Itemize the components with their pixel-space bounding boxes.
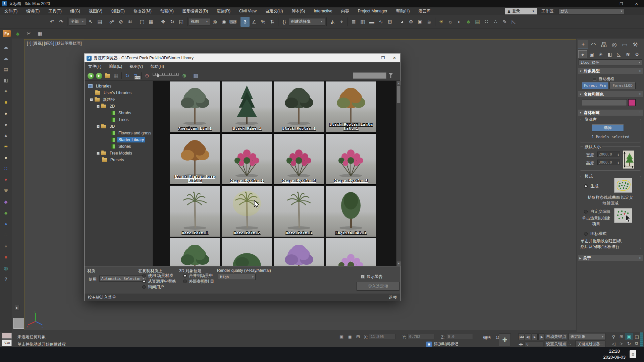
scroll-down-icon[interactable]: ▼ [397,261,401,266]
maximize-button[interactable]: ❐ [614,0,629,7]
cameras-category-icon[interactable]: ◧ [606,51,614,58]
zoom-all-icon[interactable]: ⊞ [618,333,625,340]
sign-in-button[interactable]: ♟ 登录 ▼ [505,8,537,14]
object-color-swatch[interactable] [628,99,636,106]
menu-item[interactable]: 帮助(H) [392,7,414,15]
selected-objects-dropdown[interactable]: 选定对象▼ [569,333,605,340]
select-and-scale-icon[interactable]: ◱ [177,17,186,27]
plugin-floating-button[interactable] [13,318,24,329]
auto-key-button[interactable]: 自动关键点 [545,333,567,340]
create-tab[interactable]: + [578,40,588,49]
menu-item[interactable]: 修改器(M) [129,7,156,15]
library-tree-item[interactable]: Libraries [85,83,153,89]
paint-objects-icon[interactable]: ✎ [500,17,509,27]
select-object-icon[interactable]: ↖ [86,17,95,27]
autogrid-checkbox[interactable]: 自动栅格 [593,76,614,82]
bind-to-space-warp-icon[interactable]: ≋ [125,17,135,27]
helpers-category-icon[interactable]: ◺ [615,51,623,58]
library-tree-item[interactable]: User's Libraries [85,89,153,96]
library-tree-item[interactable]: -新路径 [85,96,153,103]
cone-icon[interactable]: ▲ [2,132,10,139]
zoom-extents-icon[interactable]: ▣ [625,333,633,340]
dialog-maximize-button[interactable]: ❐ [377,54,389,62]
asset-thumbnail[interactable]: Date Palm 1 [170,186,220,237]
set-key-button[interactable]: 设置关键点 [545,341,567,347]
sunlight-icon[interactable]: ☼ [446,17,455,27]
y-coordinate-field[interactable]: 0.782 [408,334,434,339]
cloud-upload-icon[interactable]: ☁ [2,43,10,51]
menu-item[interactable]: 动画(A) [156,7,178,15]
rollout-object-type[interactable]: ▼对象类型∷ [578,68,643,74]
thumbnail-size-slider[interactable] [153,73,179,78]
scroll-up-icon[interactable]: ▲ [397,81,401,85]
axe-icon[interactable]: ⚒ [2,187,10,194]
scatter-icon[interactable]: ∷ [2,165,10,172]
key-filters-button[interactable]: 关键点过滤器... [575,341,605,347]
asset-thumbnail[interactable] [222,238,272,266]
asset-thumbnail[interactable]: Black Poplar 1 [274,81,324,132]
library-tree-item[interactable]: Shrubs [85,110,153,116]
custom-edit-mode-radio[interactable]: 自定义编辑 [584,209,610,215]
close-button[interactable]: ✕ [629,0,644,7]
asset-thumbnail[interactable] [170,238,220,266]
scrollbar-thumb[interactable] [397,86,401,103]
current-frame-field[interactable]: 0 [525,342,543,347]
select-and-rotate-icon[interactable]: ↻ [168,17,177,27]
menu-item[interactable]: 组(G) [66,7,85,15]
x-coordinate-field[interactable]: 11.805 [369,334,396,339]
duplicate-material-radio[interactable]: 使用 场景材质 [142,273,173,279]
light-library-icon[interactable]: ✦ [2,87,10,95]
menu-item[interactable]: 脚本(S) [287,7,309,15]
blue-ball-icon[interactable]: ● [2,220,10,228]
library-select-button[interactable]: 选择 [592,124,624,131]
maximize-viewport-icon[interactable]: ⧉ [633,340,641,347]
dialog-menu-item[interactable]: 编辑(E) [105,64,126,69]
library-tree-item[interactable]: +Free Models [85,150,153,157]
dark-sphere-icon[interactable]: ◕ [2,242,10,250]
panel-scrollbar[interactable] [640,333,643,347]
icon-mode-radio[interactable]: 图标模式 [584,231,606,237]
back-icon[interactable]: ◀ [88,73,94,79]
asset-thumbnail[interactable]: Black Poplar Late Fall 1 [170,134,220,184]
utilities-tab[interactable]: ⚒ [630,40,640,49]
menu-item[interactable]: 工具(T) [44,7,66,15]
pan-icon[interactable]: ☞ [618,340,625,347]
frame-step-icon[interactable]: ◀▶ [518,341,524,348]
zoom-icon[interactable]: ⚲ [610,333,618,340]
library-tree-item[interactable]: Flowers and grass [85,130,153,136]
geometry-category-icon[interactable]: ● [579,51,587,58]
library-tree-item[interactable]: Starter Library [85,136,153,143]
display-tab[interactable]: ▭ [620,40,630,49]
forest-tree-icon[interactable]: ♣ [14,29,22,38]
forest-list-icon[interactable]: ▦ [36,29,44,38]
lights-category-icon[interactable]: ☀ [597,51,605,58]
notification-note-icon[interactable]: ▤ [630,350,636,358]
library-search-input[interactable] [353,72,386,79]
taskbar-clock[interactable]: 22:28 2020-09-03 [603,348,626,360]
systems-category-icon[interactable]: ⚙ [633,51,641,58]
menu-item[interactable]: 自定义(U) [261,7,287,15]
play-button[interactable]: ▶ [532,334,538,340]
menu-item[interactable]: 编辑(E) [22,7,44,15]
previous-frame-button[interactable]: ◀|| [525,334,531,340]
align-icon[interactable]: ⌖ [337,17,346,27]
asset-thumbnail[interactable]: Black Poplar Early Fall 1 [326,81,376,132]
z-coordinate-field[interactable]: 0.0 [446,334,473,339]
window-crossing-icon[interactable]: ▦ [147,17,156,27]
dialog-minimize-button[interactable]: ─ [366,54,377,62]
toolbar-expand-arrow[interactable]: ▶ [15,305,19,310]
forward-icon[interactable]: ▶ [96,73,102,79]
dialog-options-link[interactable]: 选项 [389,295,397,300]
asset-thumbnail[interactable]: Date Palm 2 [222,186,272,237]
mini-swatch[interactable] [2,333,12,339]
mirror-icon[interactable]: ◭ [328,17,337,27]
space-warps-category-icon[interactable]: ≋ [624,51,632,58]
zoom-out-icon[interactable]: ⊖ [143,72,151,80]
dialog-close-button[interactable]: ✕ [389,54,400,62]
menu-item[interactable]: 创建(C) [107,7,129,15]
rollout-about[interactable]: ▶关于∷ [578,255,643,261]
layer-manager-icon[interactable]: ≣ [349,17,358,27]
cream-sphere-icon[interactable]: ● [2,110,10,117]
import-selected-button[interactable]: 导入选定项 [357,282,399,291]
rectangular-region-icon[interactable]: ▢ [138,17,147,27]
